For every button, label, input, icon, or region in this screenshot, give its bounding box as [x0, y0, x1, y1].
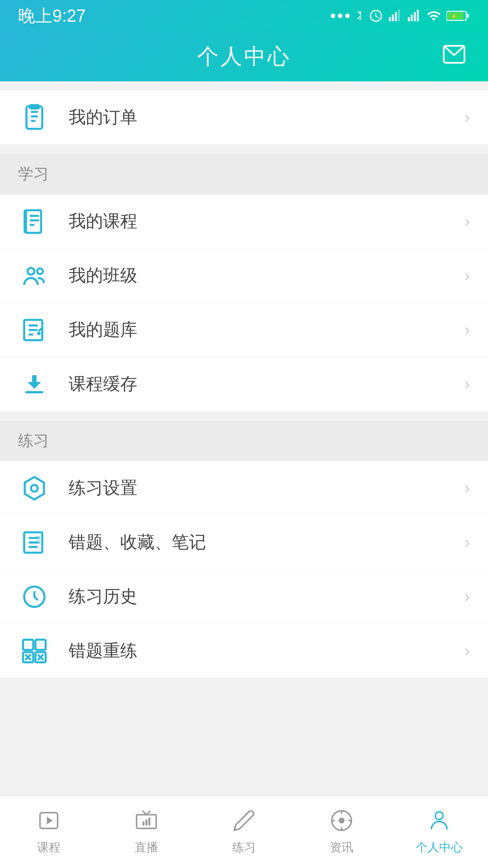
play-circle-icon: [37, 809, 61, 836]
status-time: 晚上9:27: [18, 5, 86, 28]
nav-courses[interactable]: 课程: [0, 796, 98, 868]
svg-rect-4: [408, 17, 410, 21]
my-courses-item[interactable]: 我的课程 ›: [0, 194, 488, 249]
svg-rect-7: [417, 10, 419, 21]
nav-news-label: 资讯: [330, 840, 353, 855]
chevron-right-icon: ›: [465, 266, 470, 285]
nav-practice[interactable]: 练习: [195, 796, 293, 868]
live-tv-icon: [135, 809, 158, 836]
alarm-icon: [369, 9, 383, 23]
my-questions-label: 我的题库: [69, 318, 465, 341]
nav-practice-label: 练习: [232, 840, 256, 855]
nav-profile[interactable]: 个人中心: [390, 796, 488, 868]
svg-rect-13: [27, 106, 42, 129]
list-x-icon: ✕ ✕: [18, 526, 51, 559]
chevron-right-icon: ›: [465, 479, 470, 498]
bottom-navigation: 课程 直播 练习: [0, 796, 488, 868]
divider-1: [0, 145, 488, 154]
errors-collection-label: 错题、收藏、笔记: [69, 531, 465, 554]
status-bar: 晚上9:27 ⚡: [0, 0, 488, 32]
users-icon: [18, 259, 51, 292]
divider-2: [0, 411, 488, 420]
main-content: 我的订单 › 学习 我的课程 › 我的班级 ›: [0, 81, 488, 678]
practice-history-item[interactable]: 练习历史 ›: [0, 570, 488, 624]
signal1-icon: [388, 9, 402, 23]
nav-profile-label: 个人中心: [416, 840, 463, 855]
svg-text:✕: ✕: [36, 538, 42, 546]
chevron-right-icon: ›: [465, 587, 470, 606]
svg-point-32: [31, 485, 38, 491]
edit-list-icon: [18, 314, 51, 346]
practice-settings-label: 练习设置: [69, 476, 465, 500]
svg-point-24: [37, 268, 43, 274]
dot-circle-icon: [330, 809, 353, 836]
chevron-right-icon: ›: [465, 533, 470, 552]
wifi-icon: [426, 9, 442, 23]
gear-hex-icon: [18, 472, 51, 505]
svg-marker-31: [25, 477, 44, 500]
my-courses-label: 我的课程: [69, 210, 465, 233]
svg-rect-5: [411, 14, 413, 21]
book-icon: [18, 205, 51, 238]
svg-rect-6: [414, 12, 416, 21]
practice-section-header: 练习: [0, 420, 488, 461]
chevron-right-icon: ›: [465, 108, 470, 127]
pencil-icon: [232, 809, 256, 836]
chevron-right-icon: ›: [465, 642, 470, 660]
download-icon: [18, 368, 51, 401]
page-header: 个人中心: [0, 32, 488, 81]
chevron-right-icon: ›: [465, 375, 470, 394]
svg-rect-18: [25, 210, 41, 233]
signal-dots: [331, 14, 350, 18]
svg-rect-30: [25, 391, 43, 393]
person-icon: [427, 809, 451, 836]
errors-collection-item[interactable]: ✕ ✕ 错题、收藏、笔记 ›: [0, 515, 488, 570]
nav-news[interactable]: 资讯: [293, 796, 390, 868]
page-title: 个人中心: [197, 42, 291, 71]
retry-errors-item[interactable]: 错题重练 ›: [0, 624, 488, 678]
status-icons: ⚡: [331, 8, 470, 24]
svg-text:⚡: ⚡: [451, 13, 457, 19]
nav-courses-label: 课程: [37, 840, 61, 855]
mail-button[interactable]: [443, 45, 465, 68]
svg-point-23: [28, 268, 34, 274]
signal2-icon: [407, 9, 421, 23]
svg-rect-41: [36, 640, 46, 650]
svg-rect-9: [466, 14, 469, 18]
clipboard-icon: [18, 101, 51, 134]
bluetooth-icon: [354, 8, 364, 24]
clock-icon: [18, 580, 51, 613]
my-class-item[interactable]: 我的班级 ›: [0, 249, 488, 303]
svg-rect-17: [30, 105, 39, 108]
top-divider: [0, 81, 488, 90]
chevron-right-icon: ›: [465, 212, 470, 231]
svg-point-62: [435, 812, 443, 820]
svg-marker-49: [47, 816, 53, 824]
practice-history-label: 练习历史: [69, 585, 465, 608]
practice-settings-item[interactable]: 练习设置 ›: [0, 461, 488, 515]
my-class-label: 我的班级: [69, 264, 465, 287]
retry-errors-label: 错题重练: [69, 639, 465, 662]
my-orders-label: 我的订单: [69, 106, 465, 129]
svg-rect-0: [389, 17, 391, 21]
course-cache-label: 课程缓存: [69, 373, 465, 396]
grid-x-icon: [18, 635, 51, 667]
study-section-header: 学习: [0, 154, 488, 194]
nav-live[interactable]: 直播: [98, 796, 195, 868]
course-cache-item[interactable]: 课程缓存 ›: [0, 357, 488, 411]
my-questions-item[interactable]: 我的题库 ›: [0, 303, 488, 357]
chevron-right-icon: ›: [465, 321, 470, 340]
my-orders-item[interactable]: 我的订单 ›: [0, 90, 488, 145]
svg-point-57: [339, 818, 345, 824]
svg-rect-3: [398, 10, 400, 21]
battery-icon: ⚡: [446, 9, 470, 22]
svg-rect-1: [392, 14, 394, 21]
svg-rect-40: [23, 640, 33, 650]
nav-live-label: 直播: [135, 840, 158, 855]
svg-rect-2: [395, 12, 397, 21]
